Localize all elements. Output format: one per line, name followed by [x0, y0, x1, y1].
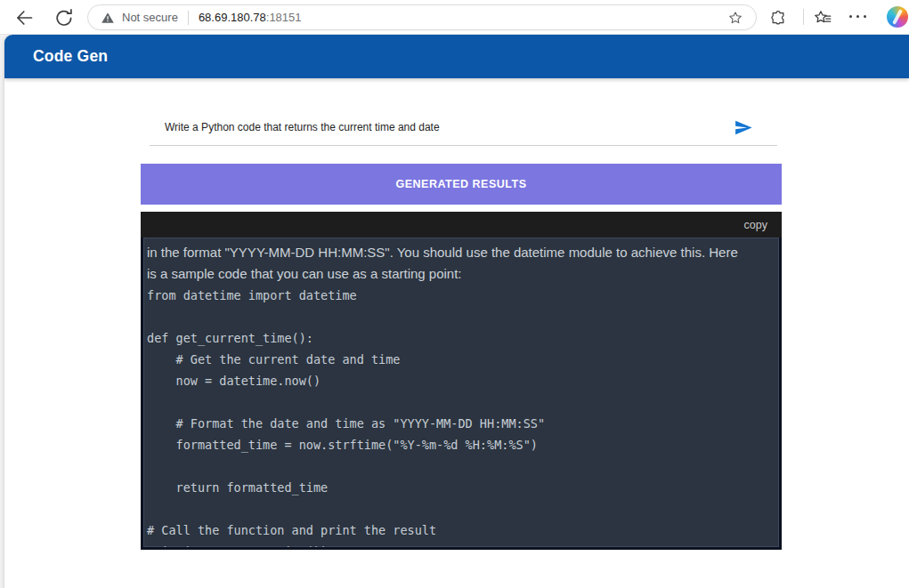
bookmark-star-icon[interactable] [727, 10, 743, 26]
code-text: from datetime import datetime def get_cu… [147, 285, 770, 547]
code-output-area[interactable]: in the format "YYYY-MM-DD HH:MM:SS". You… [143, 238, 779, 547]
not-secure-warning-icon [101, 11, 115, 25]
address-divider [188, 11, 189, 25]
favorites-button[interactable] [813, 9, 832, 29]
app-header: Code Gen [4, 35, 909, 78]
send-icon [734, 117, 754, 138]
address-bar[interactable]: Not secure 68.69.180.78:18151 [87, 4, 757, 30]
url-port: :18151 [266, 11, 302, 24]
toolbar-divider [803, 9, 804, 25]
star-list-icon [813, 9, 832, 27]
url-text: 68.69.180.78:18151 [199, 11, 302, 24]
refresh-icon [53, 7, 75, 28]
refresh-button[interactable] [53, 7, 75, 28]
copilot-icon[interactable] [887, 6, 908, 28]
code-intro-line: is a sample code that you can use as a s… [147, 263, 770, 285]
code-toolbar: copy [141, 212, 782, 238]
security-label: Not secure [122, 11, 178, 24]
app-card: Code Gen GENERATED RESULTS copy in the f… [4, 35, 909, 588]
more-options-button[interactable] [844, 15, 871, 18]
puzzle-icon [769, 9, 787, 27]
ellipsis-icon [849, 15, 852, 18]
extensions-button[interactable] [769, 9, 787, 29]
prompt-input[interactable] [150, 121, 733, 133]
generated-results-banner: GENERATED RESULTS [141, 164, 782, 205]
url-host: 68.69.180.78 [199, 11, 266, 24]
code-output-block: copy in the format "YYYY-MM-DD HH:MM:SS"… [141, 212, 782, 550]
banner-label: GENERATED RESULTS [396, 178, 527, 190]
send-button[interactable] [733, 117, 754, 138]
browser-toolbar: Not secure 68.69.180.78:18151 [0, 0, 909, 35]
prompt-field [150, 109, 777, 146]
back-button[interactable] [13, 7, 35, 28]
arrow-left-icon [13, 7, 35, 28]
code-intro-line: in the format "YYYY-MM-DD HH:MM:SS". You… [147, 242, 770, 263]
copy-button[interactable]: copy [744, 219, 767, 231]
page-title: Code Gen [33, 47, 108, 66]
code-panel-border: in the format "YYYY-MM-DD HH:MM:SS". You… [141, 238, 782, 550]
